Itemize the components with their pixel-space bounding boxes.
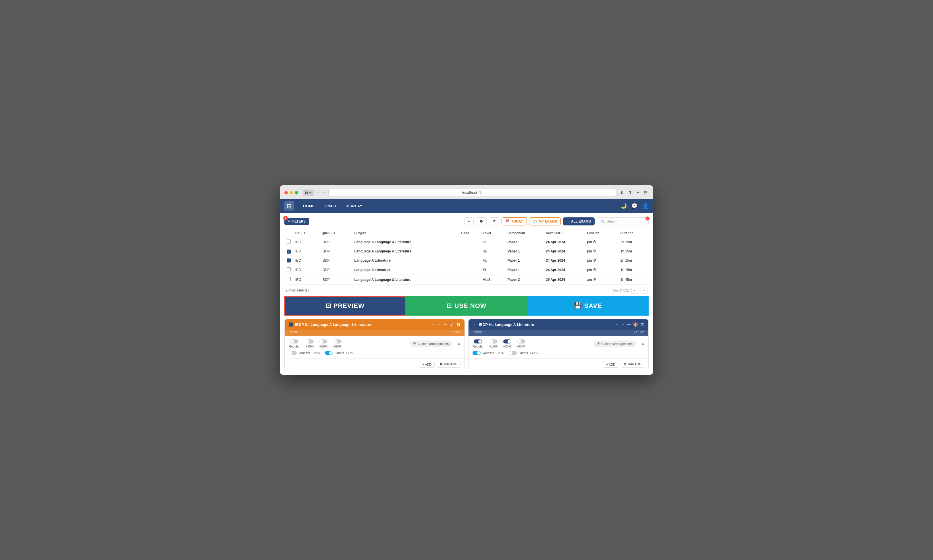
card-duration-1: 2h 15m [634, 330, 644, 334]
cell-code [459, 256, 480, 265]
save-btn[interactable]: 💾 SAVE [527, 296, 649, 315]
card-edit-icon-0[interactable]: ✏ [443, 322, 447, 327]
minimize-traffic-light[interactable] [289, 191, 293, 194]
share-btn[interactable]: ⬆ [627, 189, 633, 197]
new-tab-btn[interactable]: + [636, 189, 640, 197]
card-paper-0: Paper 1 [289, 330, 300, 334]
reload-icon[interactable]: ↻ [479, 191, 482, 195]
person-toggle-switch-0-0[interactable] [289, 351, 297, 355]
toggle-0-3[interactable] [334, 340, 342, 343]
filter-btn[interactable]: 2 ≡ FILTERS [284, 218, 309, 225]
cell-subject: Language A Literature [352, 265, 459, 275]
app-nav: ⊞ HOME TIMER DISPLAY 🌙 💬 👤 [280, 199, 653, 213]
split-view-btn[interactable]: ⊟ [643, 189, 649, 197]
card-palette-icon-1[interactable]: 🎨 [633, 322, 638, 327]
table-row[interactable]: ✓IBOIBDPLanguage A Language & Literature… [284, 247, 649, 256]
card-checkbox-0[interactable]: ✓ [289, 323, 293, 326]
nav-home[interactable]: HOME [299, 199, 319, 213]
my-exams-btn[interactable]: 📋 MY EXAMS [529, 217, 561, 225]
card-right-arrow-1[interactable]: → [621, 322, 625, 327]
chat-btn[interactable]: 💬 [631, 203, 638, 209]
custom-icon-1: ⏱ [597, 342, 600, 346]
toggle-1-0[interactable] [474, 340, 482, 343]
col-subject: Subject [352, 229, 459, 237]
card-title-0: IBDP SL Language A Language & Literature [295, 323, 372, 327]
close-traffic-light[interactable] [284, 191, 288, 194]
row-checkbox[interactable]: ✓ [287, 249, 291, 254]
today-btn[interactable]: 📅 TODAY [502, 217, 527, 225]
exam-cards: ✓ IBDP SL Language A Language & Literatu… [284, 319, 649, 370]
card-manage-btn-0[interactable]: ⊞ MANAGE [437, 361, 460, 368]
card-manage-btn-1[interactable]: ⊞ MANAGE [621, 361, 644, 368]
bo-filter-icon[interactable]: ▼ [303, 231, 306, 235]
person-toggle-switch-1-0[interactable] [473, 351, 480, 355]
settings-btn[interactable]: ⚙ [476, 217, 487, 225]
row-checkbox[interactable] [287, 240, 291, 243]
toggle-1-1[interactable] [490, 340, 497, 343]
table-row[interactable]: IBOIBDPLanguage A Language & LiteratureH… [284, 237, 649, 247]
cell-session: pm ⏱ [585, 237, 618, 247]
refresh-btn[interactable]: ↺ [489, 217, 499, 225]
person-toggle-switch-0-1[interactable] [325, 351, 333, 355]
toggle-0-1[interactable] [306, 340, 314, 343]
cell-date: 24 Apr 2024 [543, 265, 585, 275]
row-checkbox[interactable] [287, 277, 291, 281]
toggle-0-0[interactable] [290, 340, 298, 343]
add-btn[interactable]: + [464, 217, 474, 225]
all-exams-btn[interactable]: ∞ ALL EXAMS [563, 217, 594, 225]
card-header-0: ✓ IBDP SL Language A Language & Literatu… [285, 319, 465, 330]
dark-mode-btn[interactable]: 🌙 [620, 203, 627, 209]
next-page-btn[interactable]: › [640, 287, 647, 294]
download-btn[interactable]: ⬇ [619, 189, 625, 197]
use-now-btn[interactable]: ⊡ USE NOW [406, 296, 527, 315]
col-nextlast: Next/Last ↑ [543, 229, 585, 237]
custom-arrangements-btn-0[interactable]: ⏱ Custom arrangements [410, 341, 452, 347]
add-icon: + [468, 219, 470, 223]
prev-page-btn[interactable]: ‹ [631, 287, 638, 294]
nav-timer[interactable]: TIMER [319, 199, 341, 213]
traffic-lights [284, 191, 298, 194]
window-view-btn[interactable]: ⊞ ∨ [303, 189, 314, 196]
card-add-btn-1[interactable]: + ADD [603, 361, 619, 368]
all-exams-label: ALL EXAMS [571, 219, 591, 223]
back-btn[interactable]: ‹ [316, 189, 320, 197]
exam-card-0: ✓ IBDP SL Language A Language & Literatu… [284, 319, 465, 370]
preview-btn[interactable]: ⊡ PREVIEW [284, 296, 406, 315]
browser-window: ⊞ ∨ ‹ › localhost ↻ ⬇ ⬆ + ⊟ ⊞ HOME TIMER… [280, 185, 653, 375]
quali-filter-icon[interactable]: ▼ [333, 231, 336, 235]
user-btn[interactable]: 👤 [642, 203, 649, 209]
toggle-1-2[interactable] [503, 340, 511, 343]
expand-btn-1[interactable]: ∧ [642, 342, 644, 346]
expand-btn-0[interactable]: ∧ [457, 342, 460, 346]
table-row[interactable]: IBOIBDPLanguage A LiteratureSLPaper 124 … [284, 265, 649, 275]
table-row[interactable]: ✓IBOIBDPLanguage A LiteratureHLPaper 124… [284, 256, 649, 265]
card-palette-icon-0[interactable]: 🎨 [449, 322, 454, 327]
toggle-0-2[interactable] [319, 340, 328, 343]
toggle-1-3[interactable] [517, 340, 525, 343]
forward-btn[interactable]: › [322, 189, 326, 197]
card-left-arrow-0[interactable]: ← [431, 322, 435, 327]
card-add-btn-0[interactable]: + ADD [419, 361, 435, 368]
card-delete-icon-0[interactable]: 🗑 [456, 322, 460, 327]
custom-arrangements-btn-1[interactable]: ⏱ Custom arrangements [594, 341, 636, 347]
address-bar[interactable]: localhost ↻ [328, 189, 616, 196]
person-toggle-switch-1-1[interactable] [509, 351, 517, 355]
card-edit-icon-1[interactable]: ✏ [627, 322, 631, 327]
action-buttons: ⊡ PREVIEW ⊡ USE NOW 💾 SAVE [284, 296, 649, 315]
col-session: Session ↑ [585, 229, 618, 237]
card-checkbox-1[interactable]: ✓ [473, 323, 477, 326]
toggle-label-1-2: +25% [503, 345, 511, 348]
col-duration: Duration [618, 229, 649, 237]
card-right-arrow-0[interactable]: → [437, 322, 441, 327]
card-left-arrow-1[interactable]: ← [615, 322, 619, 327]
nav-display[interactable]: DISPLAY [341, 199, 367, 213]
row-checkbox[interactable] [287, 268, 291, 271]
card-delete-icon-1[interactable]: 🗑 [640, 322, 644, 327]
toolbar: 2 ≡ FILTERS + ⚙ ↺ 📅 TODAY 📋 MY EXAMS [284, 217, 649, 225]
search-icon: 🔍 [600, 219, 605, 223]
fullscreen-traffic-light[interactable] [295, 191, 298, 194]
search-box[interactable]: 🔍 Search . 1 [597, 217, 649, 225]
toggle-label-0-3: +50% [333, 345, 341, 348]
table-row[interactable]: IBOIBDPLanguage A Language & LiteratureH… [284, 275, 649, 285]
row-checkbox[interactable]: ✓ [287, 258, 291, 263]
